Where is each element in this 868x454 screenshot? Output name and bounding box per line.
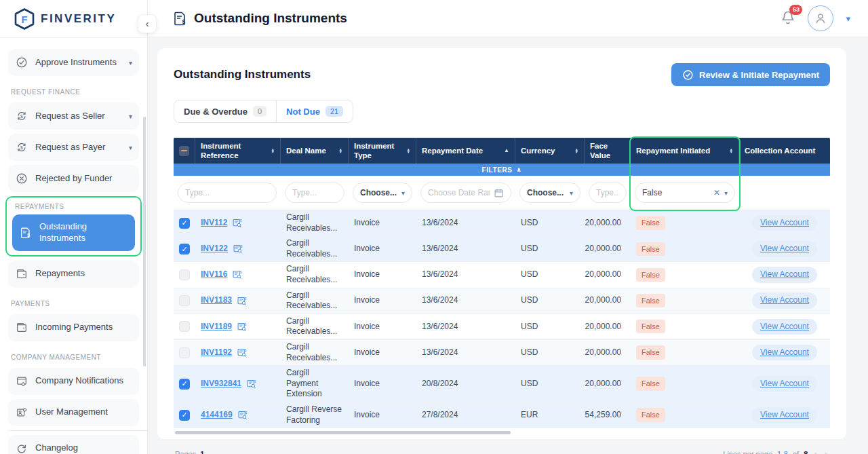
column-header-instrument-type[interactable]: Instrument Type▲▼ [349, 138, 416, 164]
view-account-link[interactable]: View Account [752, 407, 817, 423]
instrument-reference-link[interactable]: INV1192 [201, 347, 232, 358]
repayment-date: 13/6/2024 [422, 347, 458, 358]
sidebar-item-approve-instruments[interactable]: Approve Instruments▾ [8, 49, 139, 76]
user-avatar[interactable] [808, 5, 833, 31]
account-menu-chevron-icon[interactable]: ▾ [846, 14, 850, 24]
invoice-preview-icon[interactable]: $ [237, 296, 247, 306]
sidebar-item-changelog[interactable]: Changelog [8, 435, 139, 454]
sort-icon[interactable]: ▲▼ [727, 148, 733, 154]
tab-not-due[interactable]: Not Due21 [276, 100, 353, 122]
column-header-currency[interactable]: Currency▲▼ [515, 138, 585, 164]
filter-text-input[interactable]: Type... [178, 183, 277, 203]
column-label: Face Value [590, 141, 625, 161]
sort-asc-icon[interactable]: ▲ [501, 148, 509, 153]
sidebar-item-repayments[interactable]: Repayments [8, 261, 139, 288]
column-header-deal-name[interactable]: Deal Name▲▼ [281, 138, 349, 164]
repayment-date-cell: 13/6/2024 [416, 262, 515, 287]
face-value-cell: 20,000.00 [585, 340, 631, 365]
sidebar-collapse-button[interactable]: ‹ [138, 14, 157, 33]
filter-cell-repayment-date: Choose Date Range [416, 176, 515, 210]
svg-text:$: $ [254, 380, 256, 383]
deal-name-cell: Cargill Receivables... [281, 340, 349, 365]
sidebar-highlight-box: REPAYMENTS$Outstanding Instruments [5, 196, 142, 257]
notifications-button[interactable]: 53 [781, 10, 795, 28]
lines-range[interactable]: 1-8 [777, 450, 788, 454]
sidebar-divider [8, 430, 147, 431]
logo-hexagon-icon: F [14, 7, 35, 31]
select-all-checkbox[interactable] [179, 146, 189, 156]
sidebar-scrollbar[interactable] [143, 117, 146, 366]
face-value: 20,000.00 [585, 379, 621, 390]
view-account-link[interactable]: View Account [752, 376, 817, 392]
instrument-reference-link[interactable]: INV122 [201, 244, 228, 254]
clear-filter-icon[interactable]: ✕ [713, 188, 720, 197]
row-checkbox[interactable] [179, 269, 190, 280]
tab-due-overdue[interactable]: Due & Overdue0 [174, 100, 276, 122]
invoice-preview-icon[interactable]: $ [237, 410, 248, 420]
table-row: ✓INV932841$Cargill Payment ExtensionInvo… [174, 366, 830, 402]
view-account-link[interactable]: View Account [752, 292, 817, 309]
review-initiate-repayment-button[interactable]: Review & Initiate Repayment [671, 63, 830, 86]
invoice-preview-icon[interactable]: $ [233, 244, 243, 254]
currency-cell: USD [515, 340, 585, 365]
row-checkbox[interactable]: ✓ [179, 244, 190, 254]
sort-icon[interactable]: ▲▼ [269, 148, 275, 154]
sort-icon[interactable]: ▲▼ [572, 148, 578, 154]
view-account-link[interactable]: View Account [752, 345, 817, 361]
sidebar-item-rejected-by-funder[interactable]: Rejected by Funder [8, 165, 139, 192]
row-checkbox[interactable] [179, 321, 190, 332]
sidebar-item-request-as-seller[interactable]: $Request as Seller▾ [8, 102, 139, 130]
view-account-link[interactable]: View Account [752, 241, 817, 257]
column-header-instrument-reference[interactable]: Instrument Reference▲▼ [195, 138, 281, 164]
row-checkbox[interactable] [179, 295, 190, 306]
filters-toggle-bar[interactable]: FILTERS ∧ [174, 164, 830, 176]
filter-select[interactable]: Choose...▾ [519, 183, 580, 203]
instrument-reference-link[interactable]: INV1183 [201, 295, 232, 306]
check-circle-icon [682, 69, 694, 81]
filter-date-range[interactable]: Choose Date Range [420, 183, 511, 203]
instrument-reference-link[interactable]: INV932841 [201, 379, 241, 390]
instrument-reference-link[interactable]: INV112 [201, 218, 227, 229]
sort-icon[interactable]: ▲▼ [404, 148, 410, 154]
sidebar-item-request-as-payer[interactable]: $Request as Payer▾ [8, 134, 139, 161]
column-header-repayment-date[interactable]: Repayment Date▲ [416, 138, 515, 164]
row-checkbox[interactable] [179, 347, 190, 358]
filter-text-input[interactable]: Type... [589, 183, 627, 203]
column-header-repayment-initiated[interactable]: Repayment Initiated▲▼ [631, 138, 739, 164]
filter-text-input[interactable]: Type... [285, 183, 344, 203]
logo[interactable]: F FINVERITY [0, 0, 147, 38]
sort-icon[interactable]: ▲▼ [336, 148, 342, 154]
x-circle-icon [15, 172, 28, 185]
invoice-preview-icon[interactable]: $ [232, 218, 242, 228]
instrument-reference-link[interactable]: 4144169 [201, 410, 233, 421]
sidebar-item-incoming-payments[interactable]: Incoming Payments [8, 314, 139, 341]
collection-account-cell: View Account [739, 262, 830, 287]
row-checkbox[interactable]: ✓ [179, 379, 190, 390]
instrument-type: Invoice [354, 244, 380, 254]
invoice-preview-icon[interactable]: $ [246, 379, 256, 389]
chevron-down-icon: ▾ [401, 189, 405, 197]
view-account-link[interactable]: View Account [752, 215, 817, 231]
invoice-preview-icon[interactable]: $ [237, 347, 247, 358]
instrument-reference-link[interactable]: INV116 [201, 269, 227, 280]
page-title: Outstanding Instruments [174, 68, 311, 81]
invoice-preview-icon[interactable]: $ [232, 269, 242, 280]
view-account-link[interactable]: View Account [752, 319, 817, 335]
column-label: Repayment Date [422, 146, 483, 155]
sidebar-item-company-notifications[interactable]: Company Notifications [8, 368, 139, 395]
invoice-preview-icon[interactable]: $ [237, 322, 247, 332]
view-account-link[interactable]: View Account [752, 267, 817, 283]
filter-select-repayment-initiated[interactable]: False✕▾ [635, 183, 735, 203]
prev-page-icon[interactable]: ‹ [812, 449, 818, 454]
check-circle-icon [15, 56, 28, 69]
currency: USD [521, 379, 538, 390]
sidebar-item-user-management[interactable]: User Management [8, 399, 139, 426]
filter-select[interactable]: Choose...▾ [353, 183, 412, 203]
row-checkbox-cell: ✓ [174, 210, 195, 235]
instrument-reference-link[interactable]: INV1189 [201, 322, 232, 333]
next-page-icon[interactable]: › [823, 449, 829, 454]
row-checkbox[interactable]: ✓ [179, 218, 190, 229]
row-checkbox[interactable]: ✓ [179, 410, 190, 421]
sidebar-item-outstanding-instruments[interactable]: $Outstanding Instruments [12, 214, 135, 251]
horizontal-scrollbar-thumb[interactable] [175, 431, 511, 434]
